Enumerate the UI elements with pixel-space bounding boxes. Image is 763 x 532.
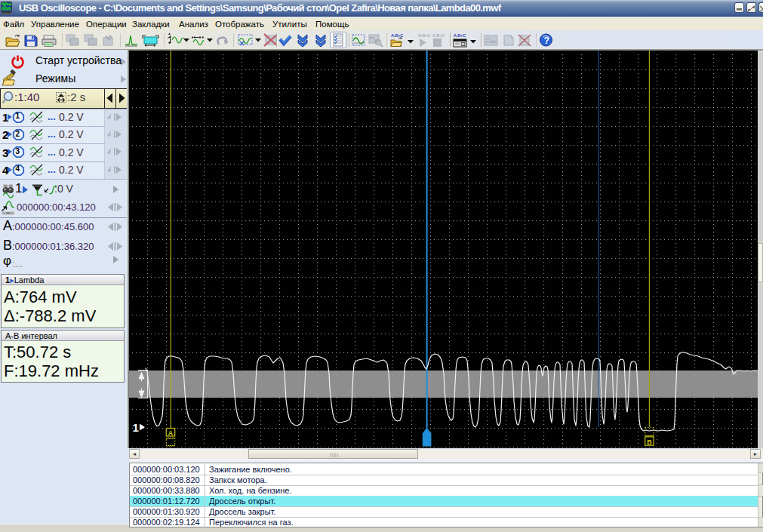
svg-text:?: ? — [544, 35, 549, 46]
svg-text:B: B — [647, 438, 652, 446]
svg-text:A:B+C: A:B+C — [391, 33, 403, 38]
svg-text:A:B+C: A:B+C — [432, 33, 445, 38]
svg-text:A:B+C: A:B+C — [454, 33, 466, 38]
svg-text:1: 1 — [133, 421, 139, 434]
svg-text:A:B+C: A:B+C — [418, 33, 430, 38]
svg-text:A: A — [168, 429, 174, 437]
